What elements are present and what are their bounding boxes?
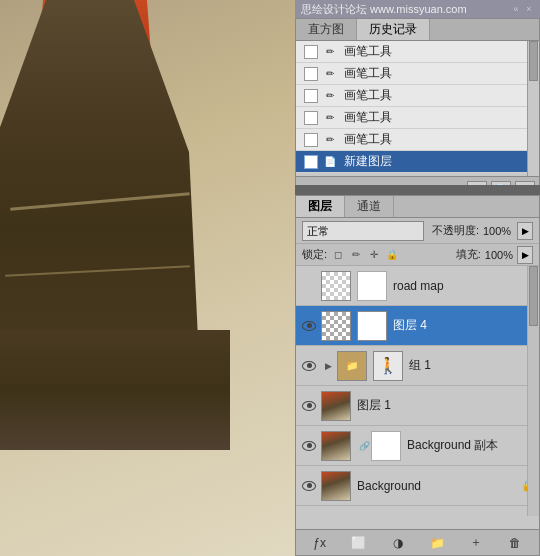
history-item[interactable]: ✏ 画笔工具 [296,63,539,85]
layer-mask-roadmap [357,271,387,301]
panel-title-text: 思绘设计论坛 www.missyuan.com [301,2,467,17]
layer-eye-layer4[interactable] [300,317,318,335]
history-checkbox[interactable] [304,133,318,147]
opacity-value: 100% [483,225,513,237]
eye-open-icon [302,361,316,371]
skirt-body [0,0,200,380]
eye-open-icon [302,401,316,411]
layer-thumb-background [321,471,351,501]
layer-name-layer4: 图层 4 [393,317,535,334]
history-checkbox[interactable] [304,155,318,169]
layers-list: road map 图层 4 ▶ 📁 🚶 组 1 [296,266,539,516]
layer-item-roadmap[interactable]: road map [296,266,539,306]
add-mask-btn[interactable]: ⬜ [348,533,370,553]
blend-mode-select[interactable]: 正常 [302,221,424,241]
layers-scrollbar[interactable] [527,266,539,516]
eye-open-icon [302,321,316,331]
tab-history[interactable]: 历史记录 [357,19,430,40]
layer-name-bgcopy: Background 副本 [407,437,535,454]
history-item[interactable]: ✏ 画笔工具 [296,41,539,63]
history-item[interactable]: ✏ 画笔工具 [296,129,539,151]
layers-bottom-bar: ƒx ⬜ ◑ 📁 ＋ 🗑 [296,529,539,555]
history-item[interactable]: ✏ 画笔工具 [296,85,539,107]
panel-top-bar: 思绘设计论坛 www.missyuan.com « × [295,0,540,18]
history-checkbox[interactable] [304,89,318,103]
fill-arrow[interactable]: ▶ [517,246,533,264]
history-item-selected[interactable]: 📄 新建图层 [296,151,539,173]
new-layer-icon: 📄 [322,154,338,170]
layers-panel-header: 图层 通道 [296,196,539,218]
layer-thumb-layer4 [321,311,351,341]
history-panel-header: 直方图 历史记录 [296,19,539,41]
tab-layers[interactable]: 图层 [296,196,345,217]
fx-btn[interactable]: ƒx [309,533,331,553]
blend-opacity-row: 正常 不透明度: 100% ▶ [296,218,539,244]
adjustment-btn[interactable]: ◑ [387,533,409,553]
lock-label: 锁定: [302,247,327,262]
history-scrollbar[interactable] [527,41,539,176]
history-scrollbar-thumb[interactable] [529,41,538,81]
layer-eye-background[interactable] [300,477,318,495]
brush-icon: ✏ [322,66,338,82]
lock-move-icon[interactable]: ✛ [367,248,381,262]
folder-icon: 📁 [345,359,359,373]
layer-name-background: Background [357,479,517,493]
group-expand-icon[interactable]: ▶ [321,359,335,373]
history-checkbox[interactable] [304,67,318,81]
history-checkbox[interactable] [304,111,318,125]
layer-item-layer1[interactable]: 图层 1 [296,386,539,426]
tab-histogram[interactable]: 直方图 [296,19,357,40]
skirt-hem [0,330,230,450]
opacity-arrow[interactable]: ▶ [517,222,533,240]
history-list: ✏ 画笔工具 ✏ 画笔工具 ✏ 画笔工具 ✏ 画笔工具 ✏ 画笔工具 📄 新建图… [296,41,539,173]
group-btn[interactable]: 📁 [426,533,448,553]
silhouette-icon: 🚶 [378,356,398,375]
photo-area [0,0,295,556]
history-panel: 直方图 历史记录 ✏ 画笔工具 ✏ 画笔工具 ✏ 画笔工具 ✏ 画笔工具 [295,18,540,203]
layer-thumb-group1: 📁 [337,351,367,381]
layer-eye-bgcopy[interactable] [300,437,318,455]
fill-label: 填充: [456,247,481,262]
layer-name-layer1: 图层 1 [357,397,535,414]
layer-silhouette-group1: 🚶 [373,351,403,381]
panel-divider [295,185,540,195]
layer-item-layer4[interactable]: 图层 4 [296,306,539,346]
layer-item-group1[interactable]: ▶ 📁 🚶 组 1 [296,346,539,386]
lock-transparency-icon[interactable]: ◻ [331,248,345,262]
lock-all-icon[interactable]: 🔒 [385,248,399,262]
layer-thumb-bgcopy [321,431,351,461]
brush-icon: ✏ [322,110,338,126]
layer-eye-roadmap[interactable] [300,277,318,295]
lock-paint-icon[interactable]: ✏ [349,248,363,262]
eye-open-icon [302,481,316,491]
history-item[interactable]: ✏ 画笔工具 [296,107,539,129]
layer-item-background[interactable]: Background 🔒 [296,466,539,506]
panel-close-btn[interactable]: × [524,4,534,14]
layer-item-bgcopy[interactable]: 🔗 Background 副本 [296,426,539,466]
brush-icon: ✏ [322,132,338,148]
layer-mask-bgcopy [371,431,401,461]
opacity-label: 不透明度: [432,223,479,238]
layer-name-roadmap: road map [393,279,535,293]
layer-mask-layer4 [357,311,387,341]
eye-open-icon [302,441,316,451]
panel-collapse-btn[interactable]: « [511,4,521,14]
fill-value: 100% [485,249,513,261]
layer-thumb-layer1 [321,391,351,421]
layers-scrollbar-thumb[interactable] [529,266,538,326]
tab-channels[interactable]: 通道 [345,196,394,217]
layer-eye-group1[interactable] [300,357,318,375]
layer-thumb-roadmap [321,271,351,301]
panel-top-controls: « × [511,4,534,14]
new-layer-btn[interactable]: ＋ [465,533,487,553]
delete-layer-btn[interactable]: 🗑 [504,533,526,553]
brush-icon: ✏ [322,44,338,60]
lock-row: 锁定: ◻ ✏ ✛ 🔒 填充: 100% ▶ [296,244,539,266]
layers-panel: 图层 通道 正常 不透明度: 100% ▶ 锁定: ◻ ✏ ✛ 🔒 填充: 10… [295,195,540,556]
layer-name-group1: 组 1 [409,357,535,374]
layer-link-icon[interactable]: 🔗 [357,439,371,453]
layer-eye-layer1[interactable] [300,397,318,415]
brush-icon: ✏ [322,88,338,104]
history-checkbox[interactable] [304,45,318,59]
